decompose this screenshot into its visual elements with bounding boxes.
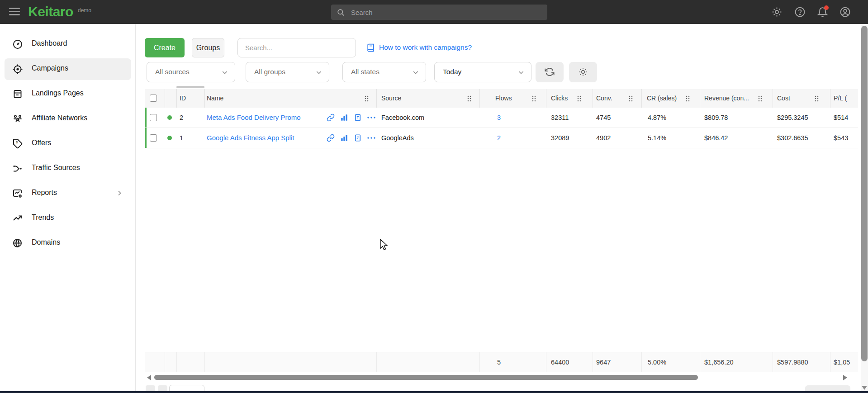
more-actions-icon[interactable] (367, 137, 375, 139)
sidebar-item-trends[interactable]: Trends (5, 208, 131, 229)
column-header-conv[interactable]: Conv. (596, 89, 612, 108)
table-header: ID Name Source Flows Clicks Conv. CR (sa… (145, 89, 858, 108)
column-header-flows[interactable]: Flows (495, 89, 512, 108)
table-top-scrollbar[interactable] (176, 86, 204, 88)
environment-badge: demo (78, 7, 91, 14)
sources-filter-dropdown[interactable]: All sources (147, 62, 235, 82)
row-checkbox[interactable] (150, 134, 157, 142)
topbar: Keitaro demo (0, 0, 868, 24)
sidebar-item-affiliate-networks[interactable]: Affiliate Networks (5, 108, 131, 130)
column-grip-icon[interactable] (577, 95, 581, 102)
states-filter-dropdown[interactable]: All states (342, 62, 426, 82)
chevron-down-icon (315, 69, 323, 76)
note-icon[interactable] (354, 114, 362, 122)
sidebar-item-campaigns[interactable]: Campaigns (5, 58, 131, 80)
column-grip-icon[interactable] (365, 95, 369, 102)
column-grip-icon[interactable] (815, 95, 819, 102)
sidebar-item-traffic-sources[interactable]: Traffic Sources (5, 158, 131, 180)
flows-link[interactable]: 2 (497, 128, 501, 148)
refresh-button[interactable] (536, 62, 564, 82)
cell-clicks: 32089 (551, 128, 569, 148)
chevron-down-icon (221, 69, 228, 76)
settings-icon[interactable] (771, 6, 783, 18)
flows-link[interactable]: 3 (497, 108, 501, 128)
campaign-name-link[interactable]: Google Ads Fitness App Split (207, 128, 294, 148)
link-icon[interactable] (327, 134, 335, 142)
link-icon[interactable] (327, 114, 335, 122)
column-grip-icon[interactable] (467, 95, 471, 102)
bar-chart-icon[interactable] (340, 114, 348, 122)
account-icon[interactable] (840, 6, 851, 18)
date-range-dropdown[interactable]: Today (434, 62, 531, 82)
help-campaigns-link[interactable]: How to work with campaigns? (379, 43, 472, 52)
document-icon (12, 89, 23, 99)
total-flows: 5 (497, 352, 501, 372)
column-header-source[interactable]: Source (381, 89, 401, 108)
chevron-right-icon (116, 189, 123, 197)
chevron-down-icon (517, 69, 525, 76)
column-grip-icon[interactable] (629, 95, 633, 102)
horizontal-scrollbar-thumb[interactable] (154, 375, 698, 380)
help-icon[interactable] (794, 6, 806, 18)
row-checkbox[interactable] (150, 114, 157, 121)
sidebar-item-dashboard[interactable]: Dashboard (5, 33, 131, 55)
column-grip-icon[interactable] (686, 95, 690, 102)
people-icon (12, 114, 23, 124)
column-grip-icon[interactable] (758, 95, 762, 102)
table-settings-button[interactable] (569, 62, 597, 82)
app-root: Keitaro demo (0, 0, 868, 393)
bar-chart-icon[interactable] (340, 134, 348, 142)
column-header-revenue[interactable]: Revenue (con... (704, 89, 749, 108)
hamburger-menu-icon[interactable] (9, 8, 20, 16)
gauge-icon (12, 39, 23, 50)
total-cost: $597.9880 (777, 352, 808, 372)
vscroll-down-arrow[interactable] (862, 386, 867, 390)
global-search-input[interactable] (351, 5, 541, 20)
cell-source: Facebook.com (381, 108, 424, 128)
campaign-name-link[interactable]: Meta Ads Food Delivery Promo (207, 108, 301, 128)
groups-button[interactable]: Groups (192, 38, 224, 57)
hscroll-right-arrow[interactable] (843, 375, 847, 380)
column-header-id[interactable]: ID (180, 89, 186, 108)
notification-badge (824, 5, 829, 10)
groups-filter-dropdown[interactable]: All groups (246, 62, 329, 82)
column-header-clicks[interactable]: Clicks (551, 89, 568, 108)
global-search[interactable] (331, 5, 547, 20)
more-actions-icon[interactable] (367, 117, 375, 118)
sidebar-item-landings-pages[interactable]: Landings Pages (5, 83, 131, 105)
table-row[interactable]: 2 Meta Ads Food Delivery Promo Facebook.… (145, 108, 858, 128)
total-revenue: $1,656.20 (704, 352, 734, 372)
create-button[interactable]: Create (145, 38, 185, 57)
select-all-checkbox[interactable] (150, 95, 157, 102)
cell-pl: $514 (834, 108, 848, 128)
column-header-pl[interactable]: P/L ( (834, 89, 847, 108)
cell-cr: 5.14% (648, 128, 666, 148)
status-dot (167, 136, 172, 140)
hscroll-left-arrow[interactable] (147, 375, 151, 380)
campaigns-search-input[interactable] (237, 38, 356, 57)
search-icon (337, 8, 345, 17)
sidebar-item-offers[interactable]: $ Offers (5, 133, 131, 155)
column-header-name[interactable]: Name (207, 89, 223, 108)
sidebar-item-reports[interactable]: Reports (5, 183, 131, 204)
table-totals-row: 5 64400 9647 5.00% $1,656.20 $597.9880 $… (145, 352, 858, 372)
column-grip-icon[interactable] (532, 95, 536, 102)
cell-revenue: $809.78 (704, 108, 728, 128)
sidebar-item-domains[interactable]: Domains (5, 232, 131, 254)
trend-icon (12, 213, 23, 224)
cell-id: 2 (180, 108, 183, 128)
cell-cr: 4.87% (648, 108, 666, 128)
cell-conv: 4902 (596, 128, 611, 148)
total-conv: 9647 (596, 352, 611, 372)
table-row[interactable]: 1 Google Ads Fitness App Split GoogleAds… (145, 128, 858, 148)
row-status-bar (145, 128, 147, 148)
cell-cost: $302.6635 (777, 128, 808, 148)
vertical-scrollbar-thumb[interactable] (861, 26, 868, 361)
app-logo: Keitaro (28, 4, 73, 19)
sidebar: Dashboard Campaigns Landings Pages Affil… (0, 24, 136, 393)
total-pl: $1,05 (834, 352, 850, 372)
note-icon[interactable] (354, 134, 362, 142)
column-header-cr[interactable]: CR (sales) (647, 89, 677, 108)
column-header-cost[interactable]: Cost (777, 89, 790, 108)
tag-icon: $ (12, 138, 23, 149)
